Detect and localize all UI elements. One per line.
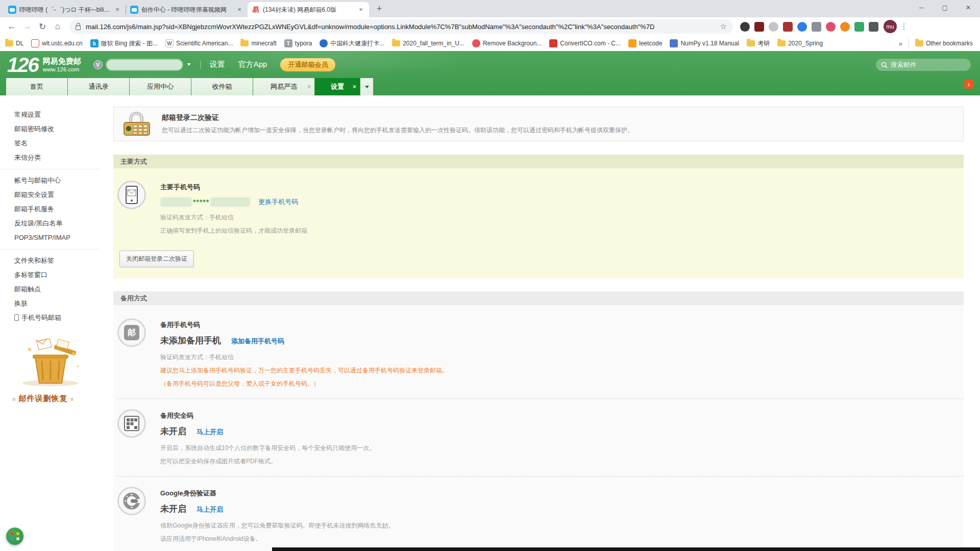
reload-icon[interactable]: ↻ xyxy=(35,19,50,34)
enable-google-auth-link[interactable]: 马上开启 xyxy=(197,505,223,514)
maximize-button[interactable]: ▢ xyxy=(933,0,957,15)
logo-domain: www.126.com xyxy=(43,66,81,73)
promo-title-row: 邮件误删恢复 xyxy=(12,394,109,404)
profile-avatar[interactable]: mu xyxy=(884,20,897,33)
chevron-down-icon[interactable] xyxy=(187,63,191,66)
extension-icon[interactable] xyxy=(797,22,807,32)
sidebar-item-mobile-service[interactable]: 邮箱手机服务 xyxy=(14,202,109,216)
sidebar-item-mobile-mailbox[interactable]: 手机号码邮箱 xyxy=(14,311,109,325)
close-icon[interactable] xyxy=(113,6,121,14)
close-icon[interactable] xyxy=(353,83,356,90)
sidebar-item-folders-tags[interactable]: 文件夹和标签 xyxy=(14,254,109,268)
mail-header-top: 126 网易免费邮 www.126.com V 设置 官方App 开通邮箱会员 … xyxy=(0,51,980,78)
bookmark-item[interactable]: b微软 Bing 搜索 - 图... xyxy=(90,39,158,48)
bookmark-label: NumPy v1.18 Manual xyxy=(680,40,739,47)
close-window-button[interactable]: ✕ xyxy=(957,0,980,15)
bookmark-item[interactable]: 考研 xyxy=(747,39,770,48)
site-icon xyxy=(628,39,636,47)
disable-second-auth-button[interactable]: 关闭邮箱登录二次验证 xyxy=(119,251,194,267)
floating-widget-ball[interactable] xyxy=(6,528,23,545)
sidebar-item-signature[interactable]: 签名 xyxy=(14,136,109,151)
browser-tab-active[interactable]: 易 (134封未读) 网易邮箱6.0版 xyxy=(248,2,369,17)
tab-list-chevron[interactable] xyxy=(360,78,373,95)
bookmark-item[interactable]: WScientific American... xyxy=(165,39,233,47)
sidebar-item-pop3[interactable]: POP3/SMTP/IMAP xyxy=(14,231,109,245)
bookmark-item[interactable]: DL xyxy=(5,40,23,47)
vip-button[interactable]: 开通邮箱会员 xyxy=(280,58,335,71)
bookmark-item[interactable]: Remove Backgroun... xyxy=(472,39,542,47)
site-icon xyxy=(472,39,480,47)
mail-search-input[interactable]: 搜索邮件 xyxy=(876,59,971,71)
new-tab-button[interactable] xyxy=(372,2,386,16)
extensions-row xyxy=(740,22,878,32)
add-backup-phone-link[interactable]: 添加备用手机号码 xyxy=(231,337,284,346)
bookmark-item[interactable]: 2020_fall_term_in_U... xyxy=(392,40,464,47)
bookmark-item[interactable]: Ttypora xyxy=(284,39,312,47)
bookmark-item[interactable]: leetcode xyxy=(628,39,662,47)
close-icon[interactable] xyxy=(235,6,243,14)
browser-tab[interactable]: 哔哩哔哩 (゜-゜)つロ 干杯~-bilibili xyxy=(4,2,126,17)
minimize-button[interactable]: ─ xyxy=(910,0,933,15)
primary-method-body: 主要手机号码 ***** 更换手机号码 验证码发送方式：手机短信 正确填写发到手… xyxy=(113,168,964,279)
backup-code-desc: 您可以把安全码保存成图片或者PDF格式。 xyxy=(160,457,375,466)
tab-settings-active[interactable]: 设置 xyxy=(315,78,360,95)
bookmark-star-icon[interactable]: ☆ xyxy=(720,22,727,31)
bookmark-item[interactable]: NumPy v1.18 Manual xyxy=(670,39,739,47)
sidebar-item-account-center[interactable]: 帐号与邮箱中心 xyxy=(14,173,109,188)
close-icon[interactable] xyxy=(357,6,365,14)
tab-yanxuan[interactable]: 网易严选 xyxy=(253,78,314,95)
tab-inbox[interactable]: 收件箱 xyxy=(191,78,253,95)
tab-home[interactable]: 首页 xyxy=(6,78,67,95)
extension-icon[interactable] xyxy=(826,22,836,32)
sidebar-item-antispam[interactable]: 反垃圾/黑白名单 xyxy=(14,216,109,231)
sidebar-item-multitab[interactable]: 多标签窗口 xyxy=(14,268,109,282)
sidebar-item-skin[interactable]: 换肤 xyxy=(14,296,109,311)
mail-logo[interactable]: 126 网易免费邮 www.126.com xyxy=(7,55,81,75)
tab-app-center[interactable]: 应用中心 xyxy=(130,78,191,95)
header-settings-link[interactable]: 设置 xyxy=(210,60,225,69)
change-phone-link[interactable]: 更换手机号码 xyxy=(258,197,298,207)
bookmark-item[interactable]: ConvertICO.com - C... xyxy=(549,39,621,47)
bookmark-label: 考研 xyxy=(757,39,770,48)
sidebar-item-general[interactable]: 常规设置 xyxy=(14,108,109,122)
bookmark-item[interactable]: minecraft xyxy=(240,40,276,47)
other-bookmarks[interactable]: Other bookmarks xyxy=(915,40,973,47)
browser-tab[interactable]: 创作中心 - 哔哩哔哩弹幕视频网 xyxy=(126,2,248,17)
mail-header: 126 网易免费邮 www.126.com V 设置 官方App 开通邮箱会员 … xyxy=(0,51,980,95)
extension-icon[interactable] xyxy=(740,22,750,32)
primary-method-bar: 主要方式 xyxy=(113,155,964,168)
close-icon[interactable] xyxy=(307,83,311,90)
music-icon[interactable] xyxy=(964,80,973,89)
cloud-icon[interactable] xyxy=(769,22,778,32)
extension-icon[interactable] xyxy=(783,22,793,32)
window-controls: ─ ▢ ✕ xyxy=(910,0,980,17)
sidebar-item-mail-sorting[interactable]: 来信分类 xyxy=(14,151,109,165)
tab-contacts[interactable]: 通讯录 xyxy=(68,78,129,95)
bookmark-item[interactable]: 中国科大健康打卡... xyxy=(320,39,384,48)
adblock-shield-icon[interactable] xyxy=(754,22,764,32)
enable-backup-code-link[interactable]: 马上开启 xyxy=(197,428,223,437)
sidebar-item-password[interactable]: 邮箱密码修改 xyxy=(14,122,109,136)
sidebar-item-touchpoint[interactable]: 邮箱触点 xyxy=(14,282,109,296)
forward-icon[interactable]: → xyxy=(19,19,35,34)
header-app-link[interactable]: 官方App xyxy=(238,60,267,69)
browser-menu-icon[interactable] xyxy=(899,20,909,33)
bookmark-item[interactable]: 2020_Spring xyxy=(777,40,823,47)
extension-icon[interactable] xyxy=(854,22,864,32)
back-icon[interactable]: ← xyxy=(4,19,19,34)
puzzle-icon[interactable] xyxy=(869,22,878,32)
bookmark-item[interactable]: wlt.ustc.edu.cn xyxy=(31,39,82,47)
bookmark-label: DL xyxy=(16,40,23,47)
bookmarks-overflow-icon[interactable] xyxy=(899,40,902,47)
extension-icon[interactable] xyxy=(840,22,850,32)
backup-code-label: 备用安全码 xyxy=(160,411,375,420)
sidebar-item-security[interactable]: 邮箱安全设置 xyxy=(14,188,109,202)
site-icon xyxy=(320,39,328,47)
mail-recovery-promo[interactable]: 邮件误删恢复 xyxy=(12,338,109,404)
address-bar[interactable]: mail.126.com/js6/main.jsp?sid=XBNgjebzcm… xyxy=(69,19,733,34)
user-account-area[interactable]: V 设置 官方App 开通邮箱会员 xyxy=(93,58,336,71)
extension-icon[interactable] xyxy=(812,22,821,32)
home-icon[interactable]: ⌂ xyxy=(50,19,65,34)
tab-label: 设置 xyxy=(331,82,344,91)
bookmark-label: 2020_fall_term_in_U... xyxy=(403,40,464,47)
